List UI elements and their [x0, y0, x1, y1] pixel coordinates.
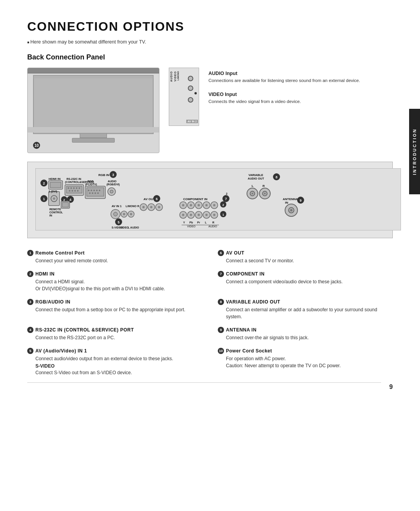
svg-text:2: 2 [226, 192, 228, 195]
svg-text:VIDEO: VIDEO [120, 226, 129, 229]
svg-rect-33 [62, 202, 68, 207]
svg-point-44 [96, 190, 98, 191]
svg-text:RS-232C IN: RS-232C IN [66, 178, 81, 180]
av-in-2-label: AV IN 2 [186, 120, 198, 123]
svg-point-81 [182, 204, 184, 206]
desc-sub-body-5: Connect S-Video out from an S-VIDEO devi… [27, 369, 202, 377]
svg-text:Pr: Pr [197, 221, 200, 224]
desc-title-row-8: 8 VARIABLE AUDIO OUT [218, 299, 393, 305]
svg-text:L AUDIO: L AUDIO [128, 226, 139, 229]
badge-desc-3: 3 [27, 299, 33, 305]
desc-title-10: Power Cord Socket [226, 348, 272, 354]
desc-item-6: 6 AV OUT Connect a second TV or monitor. [218, 250, 393, 265]
desc-item-5: 5 AV (Audio/Video) IN 1 Connect audio/vi… [27, 348, 202, 377]
desc-title-row-4: 4 RS-232C IN (CONTROL &SERVICE) PORT [27, 327, 202, 333]
svg-point-42 [91, 190, 92, 191]
svg-text:R: R [262, 184, 265, 188]
desc-title-2: HDMI IN [35, 271, 55, 277]
desc-item-1: 1 Remote Control Port Connect your wired… [27, 250, 202, 265]
desc-title-row-9: 9 ANTENNA IN [218, 327, 393, 333]
svg-text:2: 2 [43, 181, 45, 185]
svg-text:(RGB/DVI): (RGB/DVI) [107, 183, 120, 186]
svg-point-5 [53, 197, 55, 200]
svg-point-46 [89, 192, 91, 194]
svg-text:RGB: RGB [88, 180, 94, 183]
desc-body-6: Connect a second TV or monitor. [218, 257, 393, 265]
svg-text:1 (DVI): 1 (DVI) [49, 190, 57, 193]
svg-text:CONTROL: CONTROL [49, 211, 63, 214]
panel-svg: 1 REMOTE CONTROL IN 2 HDMI IN 1 (DVI) RS… [35, 168, 401, 230]
descriptions: 1 Remote Control Port Connect your wired… [27, 250, 393, 383]
svg-text:AUDIO OUT: AUDIO OUT [248, 177, 264, 180]
svg-point-95 [190, 214, 192, 216]
callout-video-input: VIDEO Input Connects the video signal fr… [208, 92, 393, 105]
svg-text:AUDIO: AUDIO [108, 180, 117, 183]
svg-point-27 [77, 190, 79, 192]
badge-desc-8: 8 [218, 299, 224, 305]
svg-point-62 [123, 213, 125, 215]
badge-desc-10: 10 [218, 348, 224, 354]
svg-rect-18 [66, 186, 82, 193]
svg-point-24 [69, 190, 70, 192]
badge-desc-5: 5 [27, 348, 33, 354]
svg-point-49 [97, 192, 99, 194]
callout-video-desc: Connects the video signal from a video d… [208, 98, 393, 105]
desc-title-row-2: 2 HDMI IN [27, 271, 202, 277]
desc-body-10: For operation with AC power.Caution: Nev… [218, 355, 393, 370]
svg-point-60 [114, 212, 117, 216]
desc-title-3: RGB/AUDIO IN [35, 299, 70, 305]
desc-item-2: 2 HDMI IN Connect a HDMI signal.Or DVI(V… [27, 271, 202, 293]
svg-point-41 [88, 190, 89, 191]
svg-point-22 [76, 187, 77, 189]
svg-text:IN: IN [285, 201, 288, 204]
page-content: INTRODUCTION CONNECTION OPTIONS Here sho… [0, 0, 420, 406]
desc-body-5: Connect audio/video output from an exter… [27, 355, 202, 363]
desc-title-row-7: 7 COMPONENT IN [218, 271, 393, 277]
conn-circle-3 [188, 97, 193, 103]
svg-text:IN: IN [49, 214, 52, 217]
svg-point-23 [79, 187, 80, 189]
desc-title-row-5: 5 AV (Audio/Video) IN 1 [27, 348, 202, 354]
callout-video-title: VIDEO Input [208, 92, 393, 97]
svg-text:L: L [252, 184, 254, 188]
svg-text:(PC/DTV): (PC/DTV) [85, 183, 97, 186]
svg-point-25 [72, 190, 73, 192]
callout-audio-title: AUDIO Input [208, 71, 393, 76]
svg-text:2: 2 [222, 203, 224, 207]
svg-text:Y: Y [183, 221, 185, 224]
conn-circle-1 [188, 76, 193, 81]
side-connector-panel: AUDIO VIDEO L/MONO AV IN 2 [169, 68, 199, 126]
svg-text:L: L [205, 221, 207, 224]
conn-circle-2 [188, 85, 193, 91]
svg-point-124 [264, 193, 266, 194]
svg-point-19 [68, 187, 69, 189]
svg-point-93 [182, 214, 184, 216]
desc-item-9: 9 ANTENNA IN Connect over-the air signal… [218, 327, 393, 342]
svg-text:6: 6 [156, 197, 158, 201]
svg-point-64 [130, 213, 132, 215]
desc-title-6: AV OUT [226, 250, 244, 256]
svg-text:COMPONENT IN: COMPONENT IN [183, 197, 207, 201]
svg-point-45 [99, 190, 100, 191]
desc-title-5: AV (Audio/Video) IN 1 [35, 348, 87, 354]
panel-diagram: 1 REMOTE CONTROL IN 2 HDMI IN 1 (DVI) RS… [27, 162, 393, 238]
svg-text:Pb: Pb [189, 221, 193, 224]
audio-label-vert: AUDIO [170, 71, 173, 82]
desc-body-3: Connect the output from a settop box or … [27, 306, 202, 314]
desc-sub-label-5: S-VIDEO [27, 363, 202, 369]
svg-point-73 [150, 206, 152, 208]
svg-text:VARIABLE: VARIABLE [248, 173, 263, 177]
l-mono-label: L/MONO [177, 71, 179, 80]
diagram-container: 10 AUDIO VIDEO L/MONO AV IN 2 [27, 68, 393, 153]
desc-body-1: Connect your wired remote control. [27, 257, 202, 265]
desc-title-row-10: 10 Power Cord Socket [218, 348, 393, 354]
svg-text:1: 1 [43, 197, 45, 201]
svg-text:5: 5 [117, 220, 119, 224]
desc-title-8: VARIABLE AUDIO OUT [226, 299, 280, 305]
svg-rect-40 [87, 188, 104, 196]
tv-diagram: 10 [27, 68, 159, 153]
badge-10: 10 [33, 142, 40, 149]
svg-point-47 [92, 192, 93, 194]
svg-text:7: 7 [225, 197, 227, 201]
side-tab: INTRODUCTION [409, 109, 420, 194]
